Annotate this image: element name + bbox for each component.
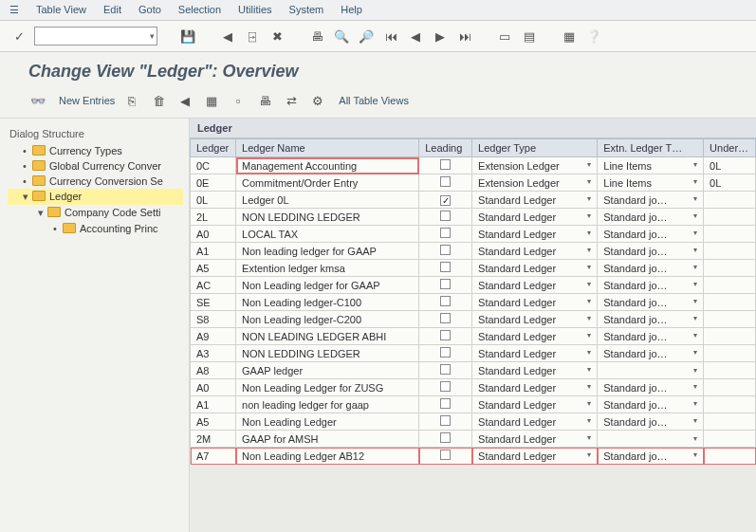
new-session-icon[interactable]: ▭ xyxy=(495,27,514,46)
cell-leading[interactable] xyxy=(419,379,472,396)
dropdown-icon[interactable]: ▾ xyxy=(693,450,697,459)
deselect-all-icon[interactable]: ▫ xyxy=(229,91,248,110)
cell-ledger[interactable]: 0L xyxy=(191,192,236,209)
dropdown-icon[interactable]: ▾ xyxy=(587,382,591,391)
leading-checkbox[interactable] xyxy=(440,398,451,409)
cell-underlying[interactable] xyxy=(704,277,756,294)
menu-tableview[interactable]: Table View xyxy=(36,4,86,16)
all-table-views-button[interactable]: All Table Views xyxy=(339,95,409,106)
cell-leading[interactable] xyxy=(419,157,472,174)
cell-underlying[interactable] xyxy=(704,328,756,345)
col-header-ext[interactable]: Extn. Ledger T… xyxy=(598,139,704,157)
leading-checkbox[interactable]: ✓ xyxy=(440,195,451,206)
cell-ledger-type[interactable]: Standard Ledger▾ xyxy=(472,311,598,328)
dropdown-icon[interactable]: ▾ xyxy=(587,297,591,305)
delete-icon[interactable]: 🗑 xyxy=(149,91,168,110)
cell-ext-type[interactable]: Line Items▾ xyxy=(598,174,704,192)
leading-checkbox[interactable] xyxy=(440,176,451,187)
leading-checkbox[interactable] xyxy=(440,279,451,289)
cell-ledger-type[interactable]: Extension Ledger▾ xyxy=(472,157,598,174)
leading-checkbox[interactable] xyxy=(440,262,451,272)
cell-ext-type[interactable]: Standard jo…▾ xyxy=(598,209,704,226)
cell-ledger[interactable]: A3 xyxy=(191,345,236,362)
leading-checkbox[interactable] xyxy=(440,347,451,358)
findnext-icon[interactable]: 🔎 xyxy=(357,27,376,46)
dropdown-icon[interactable]: ▾ xyxy=(587,211,591,220)
cell-leading[interactable] xyxy=(419,362,472,379)
back-icon[interactable]: ◀ xyxy=(218,27,237,46)
leading-checkbox[interactable] xyxy=(440,245,451,255)
table-row[interactable]: A5Non Leading LedgerStandard Ledger▾Stan… xyxy=(191,413,756,431)
cell-ext-type[interactable]: Standard jo…▾ xyxy=(598,413,704,431)
col-header-leading[interactable]: Leading xyxy=(419,139,472,157)
menu-system[interactable]: System xyxy=(289,4,324,16)
table-row[interactable]: A5Extention ledger kmsaStandard Ledger▾S… xyxy=(191,260,756,277)
shortcut-icon[interactable]: ▤ xyxy=(520,27,539,46)
dropdown-icon[interactable]: ▾ xyxy=(693,280,697,288)
expand-icon[interactable]: • xyxy=(53,223,63,234)
cell-ledger[interactable]: A0 xyxy=(191,226,236,243)
cell-leading[interactable] xyxy=(419,431,472,448)
cell-ledger[interactable]: A5 xyxy=(191,413,236,431)
cell-ledger-name[interactable]: NON LEDDING LEDGER xyxy=(236,345,419,362)
cell-ledger-type[interactable]: Standard Ledger▾ xyxy=(472,260,598,277)
dropdown-icon[interactable]: ▾ xyxy=(693,331,697,339)
table-row[interactable]: 2MGAAP for AMSHStandard Ledger▾▾ xyxy=(191,431,756,448)
leading-checkbox[interactable] xyxy=(440,330,451,340)
table-row[interactable]: 2LNON LEDDING LEDGERStandard Ledger▾Stan… xyxy=(191,209,756,226)
table-row[interactable]: SENon Leading ledger-C100Standard Ledger… xyxy=(191,294,756,311)
cell-underlying[interactable] xyxy=(704,345,756,362)
cell-underlying[interactable] xyxy=(704,209,756,226)
cell-ledger-type[interactable]: Standard Ledger▾ xyxy=(472,396,598,413)
cell-ledger-name[interactable]: Non Leading Ledger AB12 xyxy=(236,448,419,465)
col-header-name[interactable]: Ledger Name xyxy=(236,139,419,157)
cell-ledger-type[interactable]: Standard Ledger▾ xyxy=(472,379,598,396)
cell-underlying[interactable] xyxy=(704,448,756,465)
table-row[interactable]: A0Non Leading Ledger for ZUSGStandard Le… xyxy=(191,379,756,396)
cell-underlying[interactable] xyxy=(704,192,756,209)
cell-ledger-name[interactable]: Ledger 0L xyxy=(236,192,419,209)
tree-node[interactable]: •Accounting Princ xyxy=(8,221,183,236)
cell-leading[interactable] xyxy=(419,448,472,465)
table-row[interactable]: A3NON LEDDING LEDGERStandard Ledger▾Stan… xyxy=(191,345,756,362)
last-page-icon[interactable]: ⏭ xyxy=(455,27,474,46)
leading-checkbox[interactable] xyxy=(440,228,451,238)
cell-ext-type[interactable]: Standard jo…▾ xyxy=(598,260,704,277)
dropdown-icon[interactable]: ▾ xyxy=(693,399,697,408)
cell-ledger[interactable]: 2L xyxy=(191,209,236,226)
cell-ledger[interactable]: A8 xyxy=(191,362,236,379)
cell-ext-type[interactable]: Standard jo…▾ xyxy=(598,328,704,345)
cell-ext-type[interactable]: Standard jo…▾ xyxy=(598,448,704,465)
cell-underlying[interactable] xyxy=(704,294,756,311)
leading-checkbox[interactable] xyxy=(440,449,451,460)
expand-icon[interactable]: • xyxy=(23,160,32,172)
col-header-underlying[interactable]: Under… xyxy=(704,139,756,157)
cell-ledger-name[interactable]: GAAP for AMSH xyxy=(236,431,419,448)
dropdown-icon[interactable]: ▾ xyxy=(693,297,697,305)
dropdown-icon[interactable]: ▾ xyxy=(693,366,697,375)
cell-ledger-type[interactable]: Standard Ledger▾ xyxy=(472,448,598,465)
cancel-icon[interactable]: ✖ xyxy=(267,27,286,46)
help-icon[interactable]: ❔ xyxy=(584,27,603,46)
cell-leading[interactable] xyxy=(419,294,472,311)
table-row[interactable]: A7Non Leading Ledger AB12Standard Ledger… xyxy=(191,448,756,465)
table-row[interactable]: 0LLedger 0L✓Standard Ledger▾Standard jo…… xyxy=(191,192,756,209)
cell-ledger-type[interactable]: Standard Ledger▾ xyxy=(472,209,598,226)
cell-ledger-type[interactable]: Standard Ledger▾ xyxy=(472,243,598,260)
expand-icon[interactable]: • xyxy=(23,145,32,156)
dropdown-icon[interactable]: ▾ xyxy=(693,246,697,254)
table-row[interactable]: A8GAAP ledgerStandard Ledger▾▾ xyxy=(191,362,756,379)
dropdown-icon[interactable]: ▾ xyxy=(587,194,591,203)
tree-node[interactable]: ▾Company Code Setti xyxy=(8,205,183,221)
cell-underlying[interactable] xyxy=(704,431,756,448)
table-row[interactable]: A1non leading ledger for gaapStandard Le… xyxy=(191,396,756,413)
cell-ext-type[interactable]: Standard jo…▾ xyxy=(598,226,704,243)
dropdown-icon[interactable]: ▾ xyxy=(693,160,697,169)
dropdown-icon[interactable]: ▾ xyxy=(693,194,697,203)
exit-icon[interactable]: ⍈ xyxy=(243,27,262,46)
cell-ledger-name[interactable]: NON LEDDING LEDGER xyxy=(236,209,419,226)
cell-ledger-name[interactable]: NON LEADING LEDGER ABHI xyxy=(236,328,419,345)
cell-ext-type[interactable]: Line Items▾ xyxy=(598,157,704,174)
cell-ledger[interactable]: A9 xyxy=(191,328,236,345)
cell-ext-type[interactable]: Standard jo…▾ xyxy=(598,379,704,396)
